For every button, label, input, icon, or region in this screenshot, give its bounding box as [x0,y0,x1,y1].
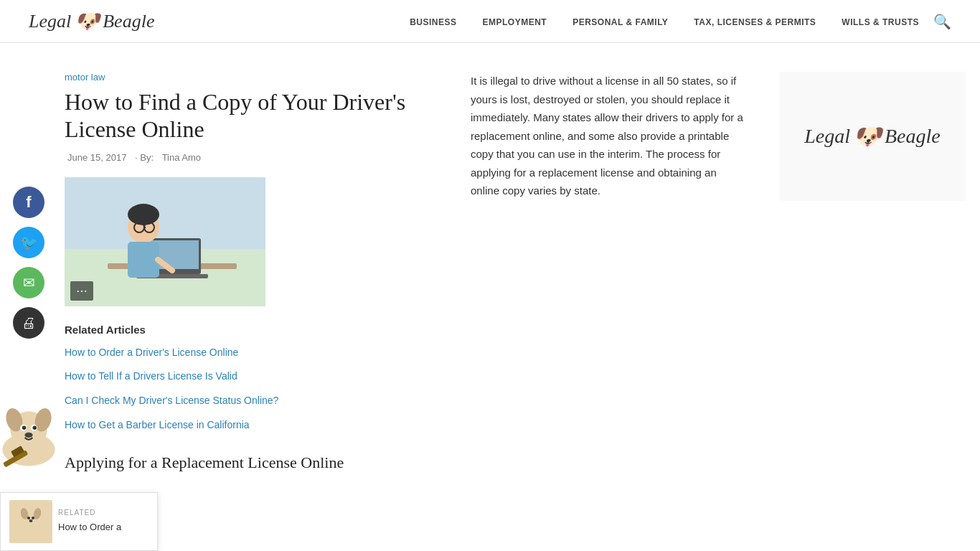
article-body: It is illegal to drive without a license… [471,72,743,200]
ad-logo-legal: Legal [804,125,850,148]
logo-text-legal: Legal [29,11,71,32]
nav-business[interactable]: BUSINESS [410,17,456,27]
image-more-button[interactable]: ⋯ [70,281,93,301]
page-wrapper: f 🐦 ✉ 🖨 [0,43,980,501]
section-heading: Applying for a Replacement License Onlin… [65,453,428,472]
category-label: motor law [65,72,428,83]
article-meta: June 15, 2017 · By: Tina Amo [65,152,428,163]
related-link-3[interactable]: Can I Check My Driver's License Status O… [65,395,278,406]
meta-separator: · By: [135,152,156,163]
ad-logo-box: Legal 🐶 Beagle [779,72,966,201]
article-image-wrap: ⋯ [65,177,428,306]
svg-rect-18 [128,242,159,278]
related-link-4[interactable]: How to Get a Barber License in Californi… [65,419,250,430]
article-image-svg [65,177,265,306]
email-icon: ✉ [23,274,35,291]
article-author: Tina Amo [162,152,201,163]
ad-logo: Legal 🐶 Beagle [804,123,941,150]
email-share-button[interactable]: ✉ [13,267,44,298]
ad-logo-dog-icon: 🐶 [853,123,882,150]
print-button[interactable]: 🖨 [13,307,44,339]
print-icon: 🖨 [22,315,36,331]
related-articles-heading: Related Articles [65,324,428,336]
logo-dog-icon: 🐶 [74,9,100,34]
svg-point-19 [128,204,159,225]
related-articles: Related Articles How to Order a Driver's… [65,324,428,432]
site-logo[interactable]: Legal 🐶 Beagle [29,9,154,34]
svg-point-8 [25,433,33,438]
list-item: How to Get a Barber License in Californi… [65,418,428,433]
twitter-icon: 🐦 [20,234,38,251]
facebook-icon: f [26,193,31,212]
ad-logo-beagle: Beagle [885,125,941,148]
nav-wills-trusts[interactable]: WILLS & TRUSTS [842,17,919,27]
social-sidebar: f 🐦 ✉ 🖨 [0,43,57,501]
right-sidebar: Legal 🐶 Beagle [765,43,980,501]
nav-personal-family[interactable]: PERSONAL & FAMILY [573,17,668,27]
article-date: June 15, 2017 [67,152,126,163]
main-nav: Legal 🐶 Beagle BUSINESS EMPLOYMENT PERSO… [0,0,980,43]
article-title: How to Find a Copy of Your Driver's Lice… [65,88,428,143]
nav-employment[interactable]: EMPLOYMENT [483,17,547,27]
facebook-share-button[interactable]: f [13,187,44,218]
logo-text-beagle: Beagle [103,11,154,32]
related-link-1[interactable]: How to Order a Driver's License Online [65,347,238,358]
main-content: motor law How to Find a Copy of Your Dri… [57,43,449,501]
related-card: RELATED How to Order a [0,492,158,501]
list-item: How to Tell If a Drivers License Is Vali… [65,369,428,384]
svg-point-7 [33,426,37,430]
nav-links: BUSINESS EMPLOYMENT PERSONAL & FAMILY TA… [410,15,919,28]
svg-point-6 [22,426,27,430]
article-image: ⋯ [65,177,265,306]
related-articles-list: How to Order a Driver's License Online H… [65,346,428,432]
twitter-share-button[interactable]: 🐦 [13,227,44,258]
list-item: How to Order a Driver's License Online [65,346,428,360]
article-text-area: It is illegal to drive without a license… [449,43,765,501]
list-item: Can I Check My Driver's License Status O… [65,394,428,408]
related-link-2[interactable]: How to Tell If a Drivers License Is Vali… [65,370,237,382]
nav-tax-licenses[interactable]: TAX, LICENSES & PERMITS [694,17,816,27]
search-icon[interactable]: 🔍 [933,13,951,30]
